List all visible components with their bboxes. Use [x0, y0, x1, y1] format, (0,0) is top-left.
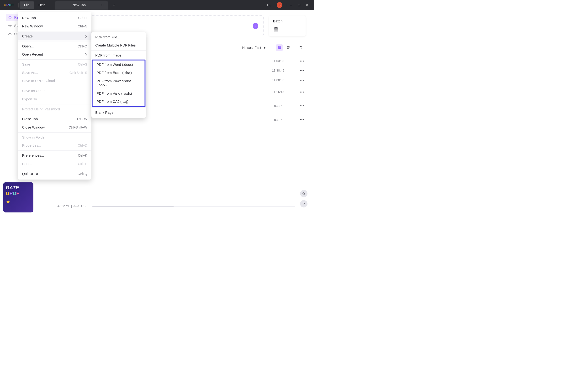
- file-menu-dropdown: New TabCtrl+TNew WindowCtrl+NCreate❯Open…: [18, 12, 91, 180]
- promo-line1: RATE: [6, 185, 31, 191]
- submenu-pdf-from-file[interactable]: PDF from File...: [91, 33, 146, 42]
- menu-item-create[interactable]: Create❯: [18, 32, 91, 41]
- chevron-down-icon: ⌄: [269, 3, 272, 7]
- submenu-pdf-from-image[interactable]: PDF from Image: [91, 51, 146, 60]
- menu-item-new-tab[interactable]: New TabCtrl+T: [18, 14, 91, 22]
- menu-item-export-to: Export To: [18, 95, 91, 103]
- scrollbar[interactable]: [92, 206, 295, 208]
- svg-rect-14: [288, 46, 289, 47]
- menu-item-save-as-: Save As...Ctrl+Shift+S: [18, 69, 91, 77]
- chevron-right-icon: ›: [253, 23, 258, 28]
- app-logo: UPDF: [0, 3, 17, 7]
- menu-item-save-to-updf-cloud: Save to UPDF Cloud: [18, 77, 91, 85]
- file-time: 11:38:32: [265, 78, 291, 82]
- chevron-right-icon: ❯: [85, 35, 87, 38]
- svg-point-12: [278, 48, 279, 49]
- svg-rect-15: [289, 46, 290, 47]
- menu-item-print-: Print...Ctrl+P: [18, 160, 91, 168]
- trash-button[interactable]: [298, 44, 304, 51]
- submenu-pdf-from-excel[interactable]: PDF from Excel (.xlsx): [93, 69, 145, 77]
- grid-view-button[interactable]: [286, 44, 292, 51]
- highlight-group: PDF from Word (.docx) PDF from Excel (.x…: [92, 60, 146, 107]
- more-icon[interactable]: •••: [291, 59, 304, 63]
- menu-item-preferences-[interactable]: Preferences...Ctrl+K: [18, 151, 91, 160]
- menu-item-quit-updf[interactable]: Quit UPDFCtrl+Q: [18, 170, 91, 178]
- menu-item-save: SaveCtrl+S: [18, 60, 91, 69]
- file-time: 11:53:33: [265, 59, 291, 63]
- batch-title: Batch: [273, 19, 301, 23]
- help-fab[interactable]: ?: [300, 200, 307, 208]
- svg-rect-5: [274, 28, 278, 31]
- svg-rect-1: [298, 4, 300, 6]
- storage-info: 347.22 MB | 20.00 GB: [56, 204, 86, 208]
- more-icon[interactable]: •••: [291, 69, 304, 73]
- promo-tile[interactable]: RATE UPDF ★: [3, 182, 33, 213]
- svg-point-10: [278, 47, 279, 48]
- window-maximize[interactable]: [295, 2, 303, 8]
- notification-badge[interactable]: 1 ⌄: [265, 3, 274, 7]
- submenu-pdf-from-visio[interactable]: PDF from Visio (.vsdx): [93, 89, 145, 98]
- menu-item-close-tab[interactable]: Close TabCtrl+W: [18, 115, 91, 123]
- submenu-pdf-from-word[interactable]: PDF from Word (.docx): [93, 61, 145, 69]
- divider: [18, 3, 19, 8]
- create-submenu: PDF from File... Create Multiple PDF Fil…: [91, 32, 146, 118]
- avatar[interactable]: B: [277, 2, 282, 8]
- file-time: 11:38:49: [265, 69, 291, 72]
- cloud-icon: [8, 32, 12, 36]
- svg-rect-16: [288, 48, 289, 49]
- sort-dropdown[interactable]: Newest First ▾: [242, 45, 265, 50]
- caret-down-icon: ▾: [264, 45, 265, 50]
- menu-item-new-window[interactable]: New WindowCtrl+N: [18, 22, 91, 30]
- search-fab[interactable]: [300, 190, 307, 197]
- list-view-button[interactable]: [276, 44, 283, 51]
- file-time: 03/27: [265, 104, 291, 108]
- more-icon[interactable]: •••: [291, 78, 304, 82]
- more-icon[interactable]: •••: [291, 118, 304, 122]
- star-icon: ★: [6, 199, 31, 205]
- window-minimize[interactable]: [287, 2, 295, 8]
- submenu-pdf-from-caj[interactable]: PDF from CAJ (.caj): [93, 98, 145, 106]
- svg-point-8: [278, 46, 279, 47]
- more-icon[interactable]: •••: [291, 90, 304, 94]
- svg-line-19: [304, 194, 305, 195]
- menu-item-show-in-folder: Show in Folder: [18, 133, 91, 142]
- promo-line2: UPDF: [6, 191, 31, 196]
- more-icon[interactable]: •••: [291, 104, 304, 108]
- submenu-blank-page[interactable]: Blank Page: [91, 109, 146, 117]
- svg-rect-17: [289, 48, 290, 49]
- menu-help[interactable]: Help: [34, 1, 50, 9]
- submenu-pdf-from-powerpoint[interactable]: PDF from PowerPoint (.pptx): [93, 77, 145, 89]
- menu-file[interactable]: File: [20, 1, 34, 9]
- tab-title: New Tab: [60, 3, 99, 7]
- close-icon[interactable]: ×: [102, 3, 104, 7]
- submenu-create-multiple[interactable]: Create Multiple PDF Files: [91, 41, 146, 50]
- menu-item-properties-: Properties...Ctrl+D: [18, 141, 91, 150]
- divider: [286, 3, 286, 8]
- menu-item-protect-using-password: Protect Using Password: [18, 105, 91, 113]
- menu-item-open-[interactable]: Open...Ctrl+O: [18, 42, 91, 51]
- file-time: 11:16:45: [265, 90, 291, 94]
- batch-icon: [273, 27, 279, 33]
- title-bar: UPDF File Help New Tab × + 1 ⌄ B: [0, 0, 314, 10]
- batch-card[interactable]: Batch: [269, 15, 306, 36]
- menu-item-close-window[interactable]: Close WindowCtrl+Shift+W: [18, 123, 91, 132]
- chevron-right-icon: ❯: [85, 53, 87, 56]
- clock-icon: [8, 16, 12, 19]
- file-time: 03/27: [265, 118, 291, 121]
- new-tab-button[interactable]: +: [111, 3, 118, 7]
- menu-item-save-as-other: Save as Other: [18, 87, 91, 95]
- star-icon: [8, 24, 12, 28]
- svg-point-18: [303, 192, 305, 194]
- tab-new[interactable]: New Tab ×: [55, 1, 108, 10]
- menu-item-open-recent[interactable]: Open Recent❯: [18, 50, 91, 59]
- window-close[interactable]: [303, 2, 311, 8]
